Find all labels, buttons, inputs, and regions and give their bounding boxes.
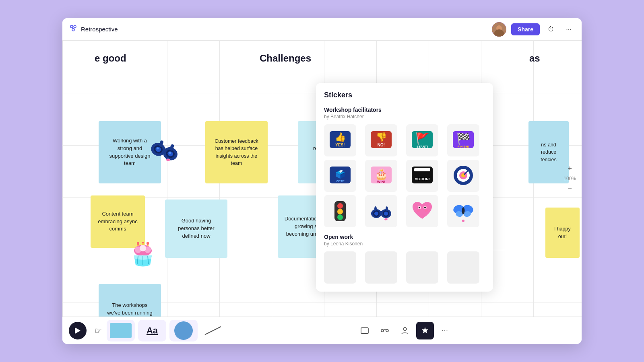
svg-rect-84 [380,211,382,214]
svg-point-93 [425,210,428,212]
workshop-sticker-grid: 👍 YES! 👎 NO! 🚩 START! [324,124,485,227]
sticker-butterfly[interactable] [447,195,479,227]
svg-point-25 [147,242,149,245]
more-menu-button[interactable]: ··· [562,23,575,36]
sticker-action[interactable]: ACTION! [406,160,438,192]
svg-line-3 [72,28,73,29]
person-tool-btn[interactable] [396,322,414,339]
svg-text:🚩: 🚩 [415,132,429,145]
svg-line-101 [205,327,221,335]
sticker-panel-title: Stickers [324,91,485,99]
sticky-note-tool[interactable] [107,320,135,341]
svg-text:👍: 👍 [335,132,346,142]
sticker-target[interactable] [447,160,479,192]
svg-text:START!: START! [417,145,428,148]
sticker-vote[interactable]: 🗳️ VOTE [324,160,356,192]
sticker-no-thumb[interactable]: 👎 NO! [365,124,397,156]
font-label: Aa [147,325,158,336]
svg-point-23 [137,242,139,245]
text-tool[interactable]: Aa [138,320,166,341]
svg-rect-102 [361,328,368,333]
workshop-section-title: Workshop facilitators [324,107,485,113]
header-left: Retrospective [69,24,489,35]
sticky-note-7[interactable]: The workshops we've been running lately [99,284,161,317]
sticker-binoculars[interactable] [365,195,397,227]
connector-tool-btn[interactable] [376,322,394,339]
share-button[interactable]: Share [511,23,540,35]
col-header-good: e good [95,53,126,64]
app-icon [69,24,78,35]
sticker-heart[interactable] [406,195,438,227]
open-work-section: Open work by Leena Kisonen [324,234,485,284]
svg-text:👎: 👎 [376,132,387,142]
svg-point-98 [462,207,465,214]
sticker-panel: Stickers Workshop facilitators by Beatri… [316,83,493,292]
timer-button[interactable]: ⏱ [545,23,557,36]
svg-point-82 [374,212,378,216]
svg-point-75 [337,203,343,209]
line-tool[interactable] [201,320,225,341]
open-work-placeholder-4 [447,251,479,284]
svg-point-85 [384,218,388,221]
open-work-grid [324,251,485,284]
shape-tool[interactable] [169,320,198,341]
sticker-win-cupcake[interactable]: 🎂 WIN! [365,160,397,192]
toolbar-left-tools: ☞ Aa [69,320,225,341]
svg-point-86 [374,206,377,211]
doc-title: Retrospective [81,26,118,33]
zoom-in-button[interactable]: + [564,163,576,174]
svg-line-4 [73,28,75,29]
col-header-ideas: as [529,53,540,64]
svg-point-99 [462,220,464,222]
zoom-level: 100% [564,176,576,181]
svg-rect-66 [414,168,430,171]
svg-point-87 [386,206,388,211]
open-work-title: Open work [324,234,485,240]
svg-point-76 [337,209,343,214]
toolbar-center-tools: ··· [225,322,575,339]
svg-text:🎂: 🎂 [375,168,388,181]
rectangle-tool-btn[interactable] [356,322,374,339]
svg-text:WIN!: WIN! [377,180,386,184]
bottom-toolbar: ☞ Aa [62,317,582,344]
sticky-note-4[interactable]: Content team embracing async comms [91,195,145,248]
sticky-note-5[interactable]: Good having personas better defined now [165,200,227,258]
zoom-out-button[interactable]: − [564,183,576,194]
sticker-yes-thumb[interactable]: 👍 YES! [324,124,356,156]
svg-text:FINISH!: FINISH! [458,145,469,148]
hand-tool[interactable]: ☞ [91,322,105,339]
sticker-tool-btn[interactable] [416,322,434,339]
open-work-placeholder-2 [365,251,397,284]
sticker-cupcake-canvas[interactable] [130,242,156,274]
svg-text:🏁: 🏁 [456,132,471,145]
svg-point-0 [70,25,73,28]
svg-point-24 [142,242,144,243]
workshop-section-author: by Beatrix Hatcher [324,114,485,119]
svg-point-2 [72,29,74,31]
svg-point-1 [74,25,76,28]
svg-point-89 [419,207,420,208]
svg-point-104 [386,329,388,332]
app-window: Retrospective Share ⏱ ··· e good Challen… [62,18,582,344]
sticky-note-partial-right2: l happy our! [545,208,580,258]
svg-text:ACTION!: ACTION! [415,177,430,181]
sticky-note-partial-right: ns and reduce tencies [528,121,569,183]
sticker-traffic-light[interactable] [324,195,356,227]
sticker-start-flag[interactable]: 🚩 START! [406,124,438,156]
svg-marker-100 [75,327,80,334]
open-work-placeholder-3 [406,251,438,284]
svg-point-91 [424,207,426,208]
svg-point-77 [337,214,343,220]
canvas-area: e good Challenges as Working with a stro… [62,41,582,317]
more-tools-btn[interactable]: ··· [436,322,454,339]
sticker-finish-flag[interactable]: 🏁 FINISH! [447,124,479,156]
play-button[interactable] [69,322,87,339]
svg-point-29 [140,245,146,251]
user-avatar [492,22,506,37]
header-bar: Retrospective Share ⏱ ··· [62,18,582,41]
sticky-note-2[interactable]: Customer feedback has helped surface ins… [205,121,268,183]
col-header-challenges: Challenges [260,53,311,64]
header-right: Share ⏱ ··· [492,22,575,37]
svg-point-103 [381,329,384,332]
zoom-controls: + 100% − [564,163,576,194]
